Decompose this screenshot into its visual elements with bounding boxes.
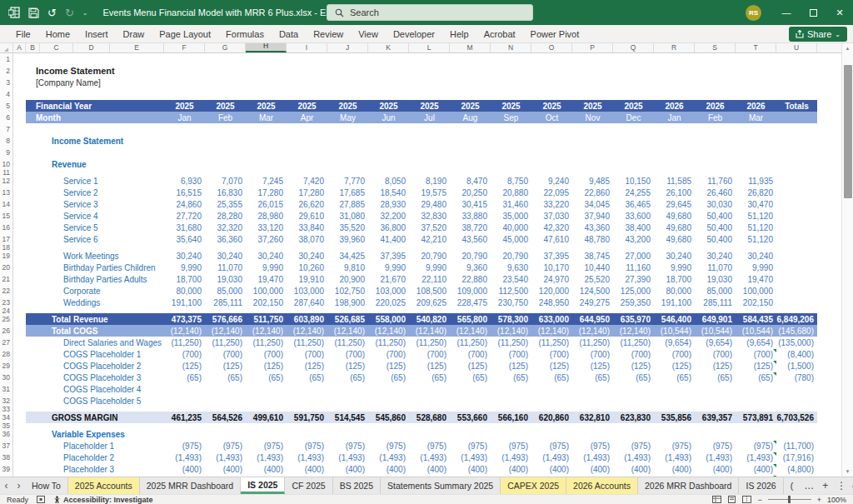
cell-Q1[interactable] [613, 53, 654, 65]
cell-Q38[interactable]: (1,493) [613, 452, 654, 463]
row-36-label[interactable]: Variable Expenses [26, 428, 164, 440]
cell-U15[interactable] [776, 210, 817, 222]
cell-F4[interactable] [164, 88, 205, 100]
cell-N21[interactable]: 23,540 [491, 273, 531, 285]
cell-Q4[interactable] [613, 88, 654, 100]
row-2-label[interactable]: Income Statement [26, 65, 164, 77]
cell-J25[interactable]: 526,685 [327, 313, 368, 325]
cell-P13[interactable]: 22,860 [572, 187, 613, 198]
cell-R21[interactable]: 18,700 [654, 273, 695, 285]
row-header-21[interactable]: 21 [0, 273, 13, 285]
cell-K28[interactable]: (700) [368, 348, 409, 360]
row-header-14[interactable]: 14 [0, 198, 13, 210]
cell-S5[interactable]: 2026 [695, 100, 736, 112]
cell-T1[interactable] [736, 53, 776, 65]
cell-L20[interactable]: 9,990 [409, 262, 450, 273]
cell-L1[interactable] [409, 53, 450, 65]
row-header-8[interactable]: 8 [0, 135, 13, 147]
cell-P36[interactable] [572, 428, 613, 440]
cell-M38[interactable]: (1,493) [450, 452, 491, 463]
row-15-label[interactable]: Service 4 [26, 210, 164, 222]
cell-S37[interactable]: (975) [695, 440, 736, 452]
cell-K4[interactable] [368, 88, 409, 100]
cell-J23[interactable]: 198,900 [327, 297, 368, 308]
cell-L7[interactable] [409, 123, 450, 135]
cell-Q30[interactable]: (65) [613, 372, 654, 383]
cell-U28[interactable]: (8,400) [776, 348, 817, 360]
prev-sheet-button[interactable]: ‹ [0, 477, 12, 494]
cell-R2[interactable] [654, 65, 695, 77]
cell-N1[interactable] [491, 53, 531, 65]
cell-S15[interactable]: 50,400 [695, 210, 736, 222]
cell-U5[interactable]: Totals [776, 100, 817, 112]
column-header-Q[interactable]: Q [613, 43, 654, 52]
cell-R17[interactable]: 49,680 [654, 233, 695, 245]
cell-R10[interactable] [654, 158, 695, 170]
cell-Q21[interactable]: 27,390 [613, 273, 654, 285]
cell-A13[interactable] [13, 187, 26, 198]
cell-H31[interactable] [246, 383, 287, 395]
cell-O12[interactable]: 9,240 [531, 175, 572, 187]
cell-M6[interactable]: Aug [450, 112, 491, 123]
cell-A31[interactable] [13, 383, 26, 395]
column-header-D[interactable]: D [73, 43, 110, 52]
cell-P6[interactable]: Nov [572, 112, 613, 123]
customize-qat-icon[interactable]: ⌄ [82, 9, 88, 17]
cell-R6[interactable]: Jan [654, 112, 695, 123]
row-5-label[interactable]: Financial Year [26, 100, 164, 112]
row-37-label[interactable]: Placeholder 1 [26, 440, 164, 452]
cell-G29[interactable]: (125) [205, 360, 246, 372]
cell-I2[interactable] [287, 65, 327, 77]
cell-R22[interactable]: 80,000 [654, 285, 695, 297]
cell-R34[interactable]: 535,856 [654, 412, 695, 423]
cell-U22[interactable] [776, 285, 817, 297]
cell-N13[interactable]: 20,880 [491, 187, 531, 198]
cell-G9[interactable] [205, 147, 246, 158]
cell-S23[interactable]: 285,111 [695, 297, 736, 308]
cell-F28[interactable]: (700) [164, 348, 205, 360]
cell-P40[interactable]: (750) [572, 475, 613, 477]
cell-O17[interactable]: 47,610 [531, 233, 572, 245]
cell-G30[interactable]: (65) [205, 372, 246, 383]
cell-N16[interactable]: 40,000 [491, 222, 531, 233]
cell-T8[interactable] [736, 135, 776, 147]
search-input[interactable]: Search [327, 4, 533, 21]
cell-S34[interactable]: 639,357 [695, 412, 736, 423]
ribbon-tab-view[interactable]: View [351, 25, 386, 42]
cell-P31[interactable] [572, 383, 613, 395]
cell-M28[interactable]: (700) [450, 348, 491, 360]
cell-M34[interactable]: 553,660 [450, 412, 491, 423]
cell-T23[interactable]: 202,150 [736, 297, 776, 308]
cell-I5[interactable]: 2025 [287, 100, 327, 112]
cell-O26[interactable]: (12,140) [531, 325, 572, 337]
cell-Q19[interactable]: 27,000 [613, 250, 654, 262]
cell-Q39[interactable]: (400) [613, 463, 654, 475]
cell-F14[interactable]: 24,860 [164, 198, 205, 210]
save-icon[interactable] [28, 7, 39, 18]
cell-J17[interactable]: 39,960 [327, 233, 368, 245]
ribbon-tab-power-pivot[interactable]: Power Pivot [523, 25, 587, 42]
cell-O38[interactable]: (1,493) [531, 452, 572, 463]
cell-S27[interactable]: (9,654) [695, 337, 736, 348]
cell-F26[interactable]: (12,140) [164, 325, 205, 337]
cell-G14[interactable]: 25,355 [205, 198, 246, 210]
sheet-tab-is-2026[interactable]: IS 2026 [739, 477, 783, 494]
sheet-tab-cf-2025[interactable]: CF 2025 [285, 477, 332, 494]
cell-J10[interactable] [327, 158, 368, 170]
cell-S25[interactable]: 649,901 [695, 313, 736, 325]
cell-K16[interactable]: 36,800 [368, 222, 409, 233]
column-header-R[interactable]: R [654, 43, 695, 52]
cell-G23[interactable]: 285,111 [205, 297, 246, 308]
cell-G19[interactable]: 30,240 [205, 250, 246, 262]
cell-F10[interactable] [164, 158, 205, 170]
row-9-label[interactable] [26, 147, 164, 158]
cell-K32[interactable] [368, 395, 409, 407]
cell-F32[interactable] [164, 395, 205, 407]
cell-U37[interactable]: (11,700) [776, 440, 817, 452]
cell-O34[interactable]: 620,860 [531, 412, 572, 423]
cell-Q20[interactable]: 11,160 [613, 262, 654, 273]
cell-P1[interactable] [572, 53, 613, 65]
cell-U36[interactable] [776, 428, 817, 440]
cell-A10[interactable] [13, 158, 26, 170]
cell-L6[interactable]: Jul [409, 112, 450, 123]
